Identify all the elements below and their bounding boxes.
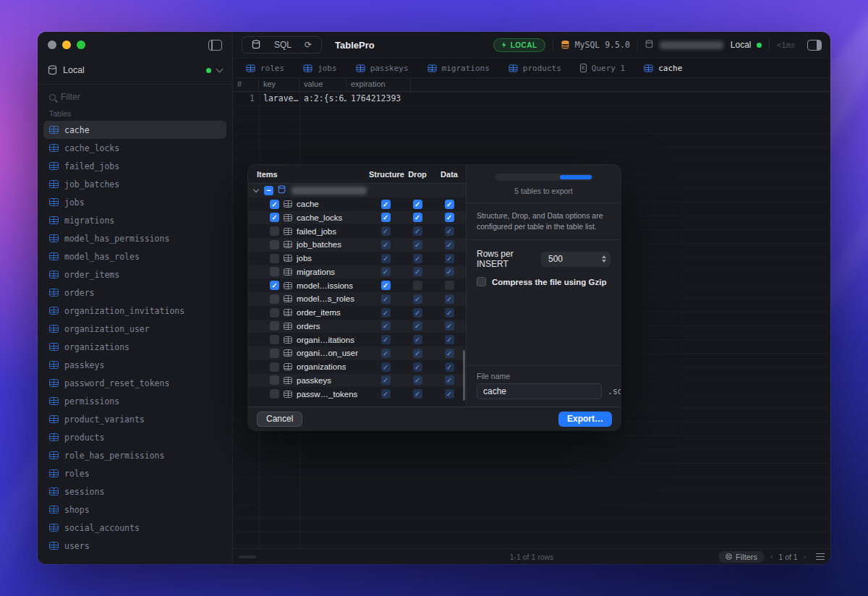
table-checkbox[interactable] (270, 321, 279, 331)
content-tab[interactable]: cache (635, 59, 691, 77)
structure-checkbox[interactable] (381, 281, 391, 290)
structure-checkbox[interactable] (381, 200, 391, 209)
table-checkbox[interactable] (270, 267, 279, 276)
data-checkbox[interactable] (445, 389, 454, 399)
drop-checkbox[interactable] (413, 335, 422, 344)
sidebar-table-item[interactable]: social_accounts (43, 519, 226, 537)
export-table-row[interactable]: job_batches (248, 238, 466, 252)
export-table-row[interactable]: jobs (248, 252, 466, 265)
sidebar-table-item[interactable]: cache_locks (43, 139, 226, 157)
cell-key[interactable]: larave… (259, 92, 299, 106)
drop-checkbox[interactable] (413, 308, 422, 318)
table-checkbox[interactable] (270, 335, 279, 344)
connection-selector[interactable]: Local (38, 58, 232, 82)
column-header[interactable]: key (259, 78, 299, 91)
drop-checkbox[interactable] (413, 240, 422, 250)
data-checkbox[interactable] (445, 308, 454, 318)
table-checkbox[interactable] (270, 349, 279, 358)
sidebar-table-item[interactable]: organization_user (43, 320, 226, 338)
export-table-row[interactable]: migrations (248, 265, 466, 279)
sidebar-table-item[interactable]: permissions (43, 392, 226, 410)
export-table-row[interactable]: orders (248, 320, 466, 333)
data-checkbox[interactable] (445, 321, 454, 331)
cancel-button[interactable]: Cancel (257, 412, 302, 427)
sidebar-table-item[interactable]: products (43, 428, 226, 446)
export-table-row[interactable]: organi…on_user (248, 346, 466, 360)
cell-expiration[interactable]: 1764212393 (346, 92, 411, 106)
file-name-input[interactable] (477, 383, 602, 399)
table-checkbox[interactable] (270, 240, 279, 250)
view-tab[interactable] (239, 555, 256, 558)
sidebar-table-item[interactable]: sessions (43, 482, 226, 501)
sidebar-table-item[interactable]: failed_jobs (43, 157, 226, 175)
content-tab[interactable]: passkeys (347, 59, 417, 77)
table-checkbox[interactable] (270, 389, 279, 399)
drop-checkbox[interactable] (413, 254, 422, 263)
sidebar-table-item[interactable]: model_has_roles (43, 247, 226, 265)
structure-checkbox[interactable] (381, 213, 391, 222)
content-tab[interactable]: products (500, 59, 570, 77)
connection-chip[interactable]: Local (731, 40, 762, 50)
drop-checkbox[interactable] (413, 362, 422, 372)
data-checkbox[interactable] (445, 240, 454, 250)
table-checkbox[interactable] (264, 186, 273, 195)
structure-checkbox[interactable] (381, 335, 391, 344)
sidebar-table-item[interactable]: order_items (43, 265, 226, 284)
export-table-row[interactable]: model…issions (248, 278, 466, 292)
close-window-button[interactable] (48, 41, 56, 49)
drop-checkbox[interactable] (413, 389, 422, 399)
table-row[interactable]: 1 larave… a:2:{s:6… 1764212393 (233, 92, 830, 106)
sidebar-table-item[interactable]: job_batches (43, 175, 226, 193)
gzip-checkbox[interactable] (477, 277, 486, 286)
format-option[interactable] (560, 175, 592, 179)
table-checkbox[interactable] (270, 226, 279, 236)
sidebar-table-item[interactable]: organizations (43, 338, 226, 356)
row-options-icon[interactable] (816, 553, 825, 560)
structure-checkbox[interactable] (381, 226, 391, 236)
sidebar-table-item[interactable]: roles (43, 464, 226, 482)
data-checkbox[interactable] (445, 375, 454, 385)
content-tab[interactable]: jobs (294, 59, 346, 77)
view-tab[interactable] (258, 555, 275, 558)
column-header[interactable]: # (233, 78, 259, 91)
structure-checkbox[interactable] (381, 375, 391, 385)
refresh-icon[interactable]: ⟳ (298, 37, 318, 53)
data-checkbox[interactable] (445, 267, 454, 276)
drop-checkbox[interactable] (413, 349, 422, 358)
table-checkbox[interactable] (270, 200, 279, 209)
prev-page-button[interactable]: ‹ (767, 553, 775, 561)
sidebar-table-item[interactable]: passkeys (43, 356, 226, 374)
format-option[interactable] (528, 175, 560, 179)
content-tab[interactable]: migrations (419, 59, 498, 77)
sidebar-table-item[interactable]: users (43, 537, 226, 555)
table-checkbox[interactable] (270, 213, 279, 222)
export-table-row[interactable]: passw…_tokens (248, 387, 466, 401)
data-checkbox[interactable] (445, 362, 454, 372)
sidebar-table-item[interactable]: organization_invitations (43, 302, 226, 320)
drop-checkbox[interactable] (413, 281, 422, 290)
export-table-row[interactable]: model…s_roles (248, 292, 466, 306)
export-button[interactable]: Export… (558, 412, 612, 427)
sidebar-table-item[interactable]: shops (43, 501, 226, 519)
sidebar-table-item[interactable]: product_variants (43, 410, 226, 428)
table-checkbox[interactable] (270, 375, 279, 385)
structure-checkbox[interactable] (381, 321, 391, 331)
drop-checkbox[interactable] (413, 294, 422, 304)
sql-button[interactable]: SQL (268, 37, 298, 53)
content-tab[interactable]: roles (237, 59, 293, 77)
table-checkbox[interactable] (270, 254, 279, 263)
drop-checkbox[interactable] (413, 321, 422, 331)
export-table-row[interactable]: cache_locks (248, 211, 466, 225)
table-checkbox[interactable] (270, 308, 279, 318)
data-checkbox[interactable] (445, 335, 454, 344)
sidebar-table-item[interactable]: jobs (43, 193, 226, 211)
export-table-row[interactable]: organi…itations (248, 333, 466, 346)
column-header[interactable]: value (299, 78, 346, 91)
export-table-row[interactable]: failed_jobs (248, 224, 466, 238)
export-table-row[interactable]: order_items (248, 306, 466, 320)
table-checkbox[interactable] (270, 294, 279, 304)
local-environment-badge[interactable]: LOCAL (493, 38, 545, 52)
data-checkbox[interactable] (445, 294, 454, 304)
drop-checkbox[interactable] (413, 267, 422, 276)
new-query-button[interactable] (245, 37, 268, 53)
